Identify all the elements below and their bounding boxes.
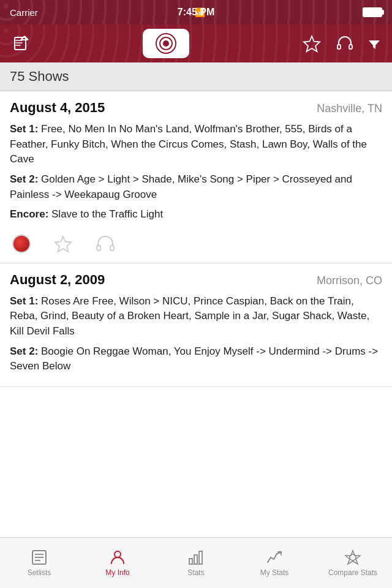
tab-stats-label: Stats xyxy=(187,568,204,577)
show-entry: August 4, 2015 Nashville, TN Set 1: Free… xyxy=(0,91,392,263)
listen-button[interactable] xyxy=(93,233,118,255)
show-encore: Encore: Slave to the Traffic Light xyxy=(10,207,382,222)
svg-rect-12 xyxy=(97,246,100,251)
show-date: August 2, 2009 xyxy=(10,272,105,288)
status-bar: Carrier 📶 7:45 PM xyxy=(0,0,392,24)
set2-songs: Golden Age > Light > Shade, Mike's Song … xyxy=(10,173,352,200)
favorite-button[interactable] xyxy=(51,232,75,255)
tab-my-stats[interactable]: My Stats xyxy=(235,538,314,588)
carrier-label: Carrier xyxy=(10,7,38,18)
show-set2: Set 2: Golden Age > Light > Shade, Mike'… xyxy=(10,172,382,202)
show-actions xyxy=(10,228,382,255)
stats-icon xyxy=(187,549,205,566)
set1-label: Set 1: xyxy=(10,123,38,135)
set1-songs: Roses Are Free, Wilson > NICU, Prince Ca… xyxy=(10,295,369,337)
compose-button[interactable] xyxy=(7,31,34,56)
headphone-button[interactable] xyxy=(331,32,359,55)
show-header: August 4, 2015 Nashville, TN xyxy=(10,100,382,116)
battery-icon xyxy=(363,7,382,17)
show-location: Morrison, CO xyxy=(317,274,382,287)
svg-rect-21 xyxy=(199,551,202,564)
svg-marker-22 xyxy=(345,551,360,564)
svg-point-23 xyxy=(350,554,356,560)
set1-label: Set 1: xyxy=(10,295,38,307)
set1-songs: Free, No Men In No Man's Land, Wolfman's… xyxy=(10,123,367,165)
svg-rect-20 xyxy=(194,555,197,564)
svg-marker-7 xyxy=(304,36,320,51)
show-date: August 4, 2015 xyxy=(10,100,105,116)
shows-count: 75 Shows xyxy=(10,69,69,84)
filter-button[interactable] xyxy=(364,34,385,53)
svg-rect-8 xyxy=(337,45,341,49)
tab-setlists[interactable]: Setlists xyxy=(0,538,78,588)
show-set1: Set 1: Free, No Men In No Man's Land, Wo… xyxy=(10,122,382,167)
compare-stats-icon xyxy=(344,549,361,566)
svg-rect-9 xyxy=(349,45,352,49)
setlists-icon xyxy=(31,549,48,566)
tab-stats[interactable]: Stats xyxy=(157,538,235,588)
show-set1: Set 1: Roses Are Free, Wilson > NICU, Pr… xyxy=(10,294,382,339)
svg-marker-10 xyxy=(369,40,380,49)
encore-label: Encore: xyxy=(10,208,48,220)
my-info-icon xyxy=(109,549,126,566)
tab-my-info-label: My Info xyxy=(105,568,129,577)
tab-my-info[interactable]: My Info xyxy=(78,538,157,588)
shows-count-bar: 75 Shows xyxy=(0,62,392,91)
show-location: Nashville, TN xyxy=(317,102,382,115)
tab-compare-stats-label: Compare Stats xyxy=(328,568,377,577)
show-set2: Set 2: Boogie On Reggae Woman, You Enjoy… xyxy=(10,344,382,374)
encore-songs: Slave to the Traffic Light xyxy=(51,208,163,220)
toolbar-right-icons xyxy=(298,32,385,55)
record-button[interactable] xyxy=(10,232,33,255)
shows-list: August 4, 2015 Nashville, TN Set 1: Free… xyxy=(0,91,392,539)
record-dot-icon xyxy=(12,235,31,253)
tab-compare-stats[interactable]: Compare Stats xyxy=(314,538,392,588)
record-selector[interactable] xyxy=(143,29,189,58)
tab-my-stats-label: My Stats xyxy=(260,568,289,577)
set2-label: Set 2: xyxy=(10,173,38,185)
svg-marker-11 xyxy=(55,236,71,252)
my-stats-icon xyxy=(266,549,283,566)
time-label: 7:45 PM xyxy=(178,7,214,18)
svg-rect-19 xyxy=(189,559,192,564)
svg-point-6 xyxy=(164,41,168,46)
star-button[interactable] xyxy=(298,32,326,55)
svg-rect-13 xyxy=(110,246,114,251)
show-entry: August 2, 2009 Morrison, CO Set 1: Roses… xyxy=(0,263,392,387)
set2-label: Set 2: xyxy=(10,345,38,357)
svg-point-18 xyxy=(115,551,121,557)
tab-setlists-label: Setlists xyxy=(28,568,51,577)
set2-songs: Boogie On Reggae Woman, You Enjoy Myself… xyxy=(10,345,378,372)
show-header: August 2, 2009 Morrison, CO xyxy=(10,272,382,288)
tab-bar: Setlists My Info Stats My Stats Compare … xyxy=(0,537,392,588)
toolbar xyxy=(0,24,392,62)
